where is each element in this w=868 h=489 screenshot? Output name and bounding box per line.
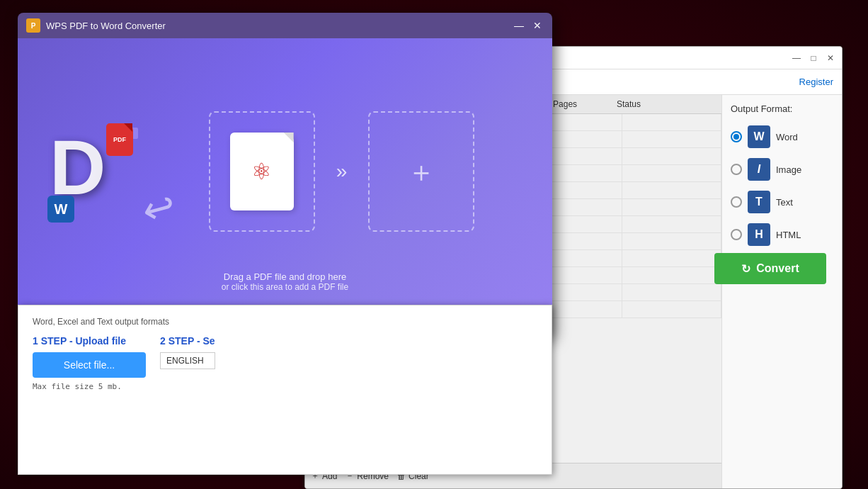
image-icon: I (748, 158, 770, 181)
app-logo: P (26, 18, 40, 33)
radio-text[interactable] (731, 196, 742, 208)
format-option-text[interactable]: T Text (731, 191, 833, 213)
format-option-image[interactable]: I Image (731, 158, 833, 181)
html-icon: H (748, 223, 770, 246)
minimize-button[interactable]: — (513, 20, 525, 31)
radio-image[interactable] (731, 164, 742, 175)
drop-zone-container[interactable]: ⚛ » ＋ (209, 111, 475, 232)
radio-html[interactable] (731, 229, 742, 240)
drop-hint: Drag a PDF file and drop here or click t… (222, 271, 348, 292)
file-size-note: Max file size 5 mb. (33, 382, 146, 391)
web-description: Word, Excel and Text output formats (33, 317, 537, 327)
text-icon: T (748, 191, 770, 213)
output-format-label: Output Format: (731, 103, 833, 114)
radio-word[interactable] (731, 131, 742, 142)
logo-area: D PDF W ↩ (39, 115, 181, 228)
word-label: Word (776, 132, 798, 142)
step1-label: 1 STEP - Upload file (33, 335, 146, 347)
format-option-html[interactable]: H HTML (731, 223, 833, 246)
step2-label: 2 STEP - Se (160, 335, 215, 347)
file-corner (284, 133, 294, 142)
arc-arrow: ↩ (138, 186, 180, 232)
add-file-area[interactable]: ＋ (368, 111, 474, 232)
w-badge: W (47, 196, 74, 223)
pdf-drop-area[interactable]: ⚛ (209, 111, 315, 232)
refresh-icon: ↻ (741, 262, 750, 276)
step1-section: 1 STEP - Upload file Select file... Max … (33, 335, 146, 391)
right-panel: Output Format: W Word I Image T Text H H… (721, 95, 842, 488)
close-button[interactable]: ✕ (531, 20, 544, 31)
select-file-button[interactable]: Select file... (33, 352, 146, 378)
main-body[interactable]: D PDF W ↩ ⚛ » (18, 38, 552, 305)
pdf-corner (124, 123, 132, 132)
title-controls: — ✕ (513, 20, 544, 31)
convert-button[interactable]: ↻ Convert (714, 253, 826, 284)
arrow-double-icon: » (336, 160, 348, 183)
step2-section: 2 STEP - Se ENGLISH (160, 335, 215, 391)
web-content: Word, Excel and Text output formats 1 ST… (18, 305, 552, 414)
acrobat-icon: ⚛ (251, 158, 272, 185)
register-link[interactable]: Register (799, 77, 833, 87)
main-window: P WPS PDF to Word Converter — ✕ D PDF (18, 13, 552, 339)
main-titlebar: P WPS PDF to Word Converter — ✕ (18, 13, 552, 38)
image-label: Image (776, 164, 801, 175)
word-icon: W (748, 125, 770, 148)
bg-close-btn[interactable]: ✕ (825, 52, 836, 64)
pdf-file-icon: ⚛ (230, 133, 294, 210)
web-window: Word, Excel and Text output formats 1 ST… (18, 305, 552, 475)
steps-row: 1 STEP - Upload file Select file... Max … (33, 335, 537, 391)
format-option-word[interactable]: W Word (731, 125, 833, 148)
bg-minimize-btn[interactable]: — (791, 52, 802, 64)
plus-add-icon: ＋ (407, 152, 435, 191)
html-label: HTML (776, 230, 801, 240)
col-status: Status (617, 99, 716, 109)
window-title: WPS PDF to Word Converter (46, 21, 507, 31)
language-select[interactable]: ENGLISH (160, 352, 215, 369)
bg-maximize-btn[interactable]: □ (808, 52, 819, 64)
text-label: Text (776, 197, 793, 208)
